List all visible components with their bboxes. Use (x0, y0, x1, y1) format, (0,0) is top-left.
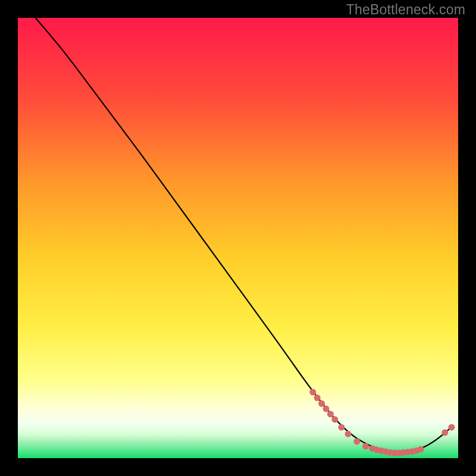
data-dot (418, 446, 424, 453)
data-dot (338, 424, 345, 431)
attribution-label: TheBottleneck.com (346, 2, 465, 18)
data-dot (314, 394, 321, 401)
data-dot (327, 411, 334, 418)
chart-svg (18, 18, 458, 458)
chart-plot (18, 18, 458, 458)
data-dot (441, 430, 448, 436)
data-dot (448, 424, 455, 431)
data-dot (323, 406, 330, 412)
gradient-background (18, 18, 458, 458)
data-dot (345, 431, 352, 437)
data-dot (309, 389, 316, 396)
data-dot (331, 416, 338, 422)
data-dot (362, 443, 369, 450)
data-dot (353, 438, 360, 444)
data-dot (318, 400, 325, 407)
